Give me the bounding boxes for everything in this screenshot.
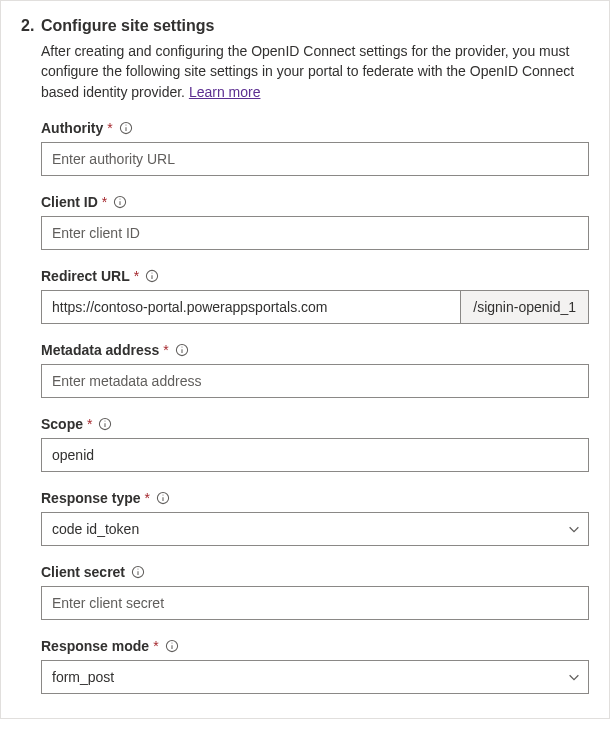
required-indicator: * [134,268,139,284]
field-label-row: Scope * [41,416,589,432]
field-metadata-address: Metadata address * [41,342,589,398]
step-header: 2. Configure site settings After creatin… [21,17,589,694]
info-icon[interactable] [156,491,170,505]
info-icon[interactable] [119,121,133,135]
step-description: After creating and configuring the OpenI… [41,41,589,102]
learn-more-link[interactable]: Learn more [189,84,261,100]
response-type-combo[interactable] [41,512,589,546]
svg-point-5 [120,198,121,199]
metadata-address-label: Metadata address [41,342,159,358]
required-indicator: * [163,342,168,358]
redirect-url-input[interactable] [41,290,460,324]
svg-point-8 [152,272,153,273]
field-scope: Scope * [41,416,589,472]
scope-input[interactable] [41,438,589,472]
field-label-row: Client ID * [41,194,589,210]
info-icon[interactable] [113,195,127,209]
field-label-row: Response mode * [41,638,589,654]
field-redirect-url: Redirect URL * /signin-openid_1 [41,268,589,324]
field-label-row: Redirect URL * [41,268,589,284]
client-id-label: Client ID [41,194,98,210]
svg-point-11 [181,346,182,347]
svg-point-14 [105,420,106,421]
field-authority: Authority * [41,120,589,176]
client-secret-label: Client secret [41,564,125,580]
client-id-input[interactable] [41,216,589,250]
scope-label: Scope [41,416,83,432]
field-response-mode: Response mode * [41,638,589,694]
step-body: Configure site settings After creating a… [41,17,589,694]
required-indicator: * [153,638,158,654]
required-indicator: * [102,194,107,210]
response-type-input[interactable] [41,512,589,546]
response-type-label: Response type [41,490,141,506]
svg-point-20 [138,568,139,569]
response-mode-combo[interactable] [41,660,589,694]
field-label-row: Client secret [41,564,589,580]
response-mode-input[interactable] [41,660,589,694]
field-client-secret: Client secret [41,564,589,620]
redirect-url-row: /signin-openid_1 [41,290,589,324]
svg-point-17 [163,494,164,495]
authority-label: Authority [41,120,103,136]
configure-site-settings-panel: 2. Configure site settings After creatin… [0,0,610,719]
field-label-row: Metadata address * [41,342,589,358]
required-indicator: * [87,416,92,432]
field-client-id: Client ID * [41,194,589,250]
redirect-url-label: Redirect URL [41,268,130,284]
step-number: 2. [21,17,41,694]
field-label-row: Authority * [41,120,589,136]
svg-point-23 [171,642,172,643]
authority-input[interactable] [41,142,589,176]
field-label-row: Response type * [41,490,589,506]
info-icon[interactable] [165,639,179,653]
required-indicator: * [107,120,112,136]
step-description-text: After creating and configuring the OpenI… [41,43,574,100]
required-indicator: * [145,490,150,506]
client-secret-input[interactable] [41,586,589,620]
info-icon[interactable] [145,269,159,283]
redirect-url-suffix: /signin-openid_1 [460,290,589,324]
info-icon[interactable] [131,565,145,579]
svg-point-2 [125,124,126,125]
info-icon[interactable] [98,417,112,431]
field-response-type: Response type * [41,490,589,546]
info-icon[interactable] [175,343,189,357]
metadata-address-input[interactable] [41,364,589,398]
response-mode-label: Response mode [41,638,149,654]
step-title: Configure site settings [41,17,589,35]
